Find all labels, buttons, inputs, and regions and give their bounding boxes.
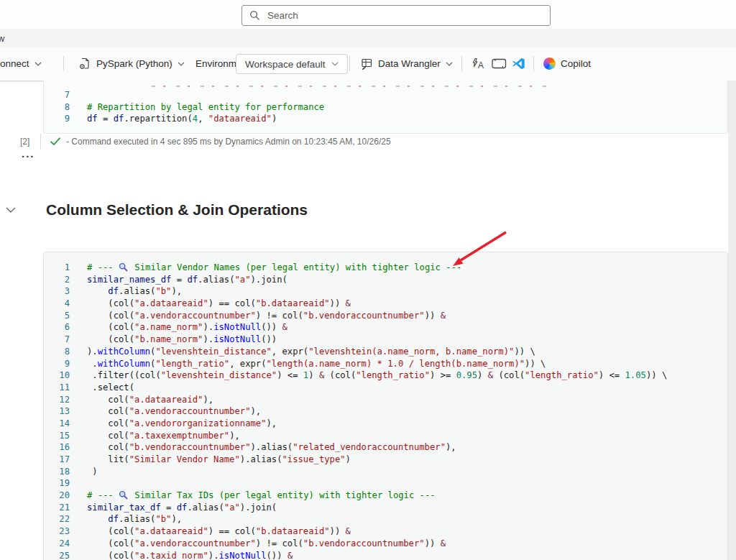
chevron-down-icon [446,62,453,66]
line-number: 24 [44,538,70,550]
line-number: 5 [44,310,70,322]
line-number: 17 [44,454,70,466]
line-number: 12 [44,394,70,406]
execution-status-text: - Command executed in 4 sec 895 ms by Dy… [66,137,391,147]
execution-status-row: [2] - Command executed in 4 sec 895 ms b… [0,134,736,150]
copilot-icon [543,58,556,70]
code-line[interactable]: 24 (col("a.vendoraccountnumber") != col(… [44,538,727,550]
frame-icon [492,58,507,69]
code-line[interactable]: 21similar_tax_df = df.alias("a").join( [44,502,727,514]
kernel-dropdown[interactable]: PySpark (Python) [79,47,185,80]
toolbar-divider [349,56,350,71]
line-number: 2 [44,274,70,286]
code-line[interactable]: 17 lit("Similar Vendor Name").alias("iss… [44,454,727,466]
code-line[interactable]: 6 (col("a.name_norm").isNotNull()) & [44,321,727,334]
code-line[interactable]: 9df = df.repartition(4, "dataareaid") [44,113,727,125]
line-number: 4 [44,298,70,310]
code-line[interactable]: 23 (col("a.dataareaid") == col("b.dataar… [44,525,727,538]
collapse-chevron-icon[interactable] [5,206,17,214]
line-number: 21 [44,502,70,514]
chevron-down-icon [178,62,185,66]
execution-count: [2] [20,137,29,147]
check-icon [50,137,60,146]
more-commands-button[interactable]: ... [22,147,35,160]
line-number: 6 [44,321,70,334]
data-wrangler-dropdown[interactable]: Data Wrangler [361,47,453,80]
code-editor[interactable]: 78# Repartition by legal entity for perf… [44,89,727,125]
data-wrangler-icon [361,58,373,70]
magnifier-icon [119,262,129,272]
notebook-toolbar: onnect PySpark (Python) Environment Work… [0,47,736,81]
chevron-down-icon [34,62,42,66]
line-number: 8 [44,346,70,358]
copilot-button[interactable]: Copilot [543,47,591,80]
line-number: 22 [44,513,70,525]
svg-text:A: A [478,60,484,70]
code-line[interactable]: 4 (col("a.dataareaid") == col("b.dataare… [44,298,727,310]
search-icon [249,10,260,21]
code-line[interactable]: 25 (col("a.taxid_norm").isNotNull()) & [44,550,727,560]
code-line[interactable]: 20# --- Similar Tax IDs (per legal entit… [44,490,727,502]
code-line[interactable]: 13 col("a.vendoraccountnumber"), [44,405,727,418]
line-number: 16 [44,441,70,454]
code-line[interactable]: 10 .filter((col("levenshtein_distance") … [44,369,727,382]
code-cell-join-operations[interactable]: 1# --- Similar Vendor Names (per legal e… [43,252,728,560]
line-number: 11 [44,382,70,394]
connect-dropdown[interactable]: onnect [0,47,42,80]
connect-label: onnect [0,58,29,69]
code-line[interactable]: 14 col("a.vendororganizationname"), [44,418,727,430]
code-line[interactable]: 22 df.alias("b"), [44,513,727,525]
code-line[interactable]: 8# Repartition by legal entity for perfo… [44,101,727,114]
code-line[interactable]: 9 .withColumn("length_ratio", expr("leng… [44,358,727,370]
top-search-band [0,0,736,29]
scrollbar-track[interactable] [728,81,736,560]
line-number: 1 [44,262,70,274]
clipped-ribbon-tab[interactable]: w [0,33,4,44]
line-number: 18 [44,466,70,478]
search-input[interactable] [266,9,543,22]
chevron-down-icon [331,62,339,66]
copilot-label: Copilot [561,58,591,69]
code-cell-repartition[interactable]: 78# Repartition by legal entity for perf… [43,81,728,134]
cell-gutter-line [40,134,41,150]
code-line[interactable]: 16 col("b.vendoraccountnumber").alias("r… [44,441,727,454]
code-line[interactable]: 18 ) [44,466,727,478]
code-line[interactable]: 8).withColumn("levenshtein_distance", ex… [44,346,727,358]
code-line[interactable]: 12 col("a.dataareaid"), [44,394,727,406]
toolbar-divider [461,56,462,71]
line-number: 25 [44,550,70,560]
vscode-button[interactable] [512,47,525,80]
line-number: 8 [44,101,70,114]
frame-button[interactable] [492,47,507,80]
toolbar-divider [63,56,64,71]
clipped-code-line [44,81,727,89]
ribbon-band: w [0,29,736,47]
code-line[interactable]: 19 [44,477,727,490]
line-number: 20 [44,490,70,502]
data-wrangler-label: Data Wrangler [378,58,441,69]
code-editor[interactable]: 1# --- Similar Vendor Names (per legal e… [44,262,727,560]
code-line[interactable]: 5 (col("a.vendoraccountnumber") != col("… [44,310,727,322]
code-line[interactable]: 3 df.alias("b"), [44,285,727,298]
line-number: 10 [44,369,70,382]
line-number: 7 [44,334,70,346]
line-number: 9 [44,113,70,125]
vscode-icon [512,57,525,70]
code-line[interactable]: 2similar_names_df = df.alias("a").join( [44,274,727,286]
kernel-label: PySpark (Python) [96,58,172,69]
line-number: 9 [44,358,70,370]
code-line[interactable]: 1# --- Similar Vendor Names (per legal e… [44,262,727,274]
search-box[interactable] [242,5,551,26]
line-number: 19 [44,477,70,490]
code-line[interactable]: 15 col("a.taxexemptnumber"), [44,430,727,442]
lightning-a-icon: A [472,58,485,70]
code-line[interactable]: 7 [44,89,727,101]
code-line[interactable]: 7 (col("b.name_norm").isNotNull()) [44,334,727,346]
workspace-default-dropdown[interactable]: Workspace default [236,54,348,74]
code-line[interactable]: 11 .select( [44,382,727,394]
line-number: 14 [44,418,70,430]
workspace-label: Workspace default [245,59,326,70]
pyspark-kernel-icon [79,58,91,70]
quick-actions-button[interactable]: A [472,47,485,80]
line-number: 3 [44,285,70,298]
